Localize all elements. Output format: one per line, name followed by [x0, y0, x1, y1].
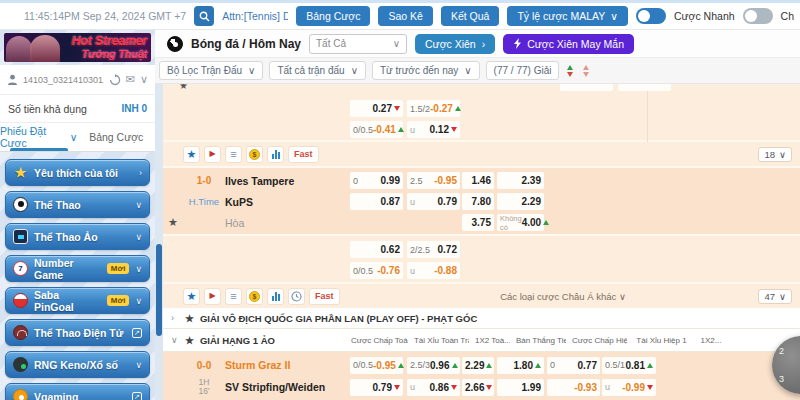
sport-header-bar: Bóng đá / Hôm Nay Tất Cả ∨ Cược Xiên › C… — [155, 30, 800, 58]
more-asian-bets-link[interactable]: Các loại cược Châu Á khác ∨ — [453, 291, 673, 302]
tab-bet-board[interactable]: Bảng Cược — [78, 123, 156, 151]
odds-1x2[interactable]: 1.46 — [462, 172, 494, 189]
column-header: 1X2... — [696, 336, 726, 345]
live-stream-button[interactable]: ▶ — [204, 288, 221, 305]
sidebar-item-vgaming[interactable]: Vqaming ↗ — [5, 383, 150, 400]
tab-bet-slip[interactable]: Phiếu Đặt Cược ∨ — [0, 123, 78, 151]
time-range-dropdown[interactable]: Từ trước đến nay ∨ — [372, 61, 480, 80]
odds-handicap-h1[interactable]: 0 0.77 — [547, 357, 600, 374]
results-button[interactable]: Kết Quả — [441, 6, 500, 26]
sidebar-item-favorites[interactable]: ★ Yêu thích của tôi › — [5, 159, 150, 186]
coin-icon: $ — [249, 149, 260, 160]
odds-over-under[interactable]: u 0.86 — [407, 379, 460, 396]
odds-over-under[interactable]: u -0.88 — [407, 262, 460, 279]
odds-handicap[interactable]: 0/0.5 -0.76 — [350, 262, 403, 279]
markets-count-dropdown[interactable]: 18 ∨ — [758, 147, 792, 162]
odds-handicap[interactable]: 0 0.99 — [350, 172, 403, 189]
scrollbar-thumb[interactable] — [156, 244, 162, 336]
odds-no-goal[interactable]: Không có 4.00 — [497, 214, 544, 231]
mail-icon[interactable]: ✉ — [126, 73, 135, 86]
down-arrow-icon — [486, 385, 492, 390]
draw-label: Hòa — [225, 217, 350, 229]
odds-over-under-h1[interactable]: u -0.99 — [602, 379, 656, 396]
refresh-icon[interactable] — [109, 74, 121, 86]
odds-handicap[interactable]: 0/0.5 -0.95 — [350, 357, 403, 374]
odds-over-under[interactable]: 2.5/3 0.96 — [407, 357, 460, 374]
sidebar-item-rng-keno[interactable]: RNG Keno/Xổ số ∨ — [5, 351, 150, 378]
odds-next-goal[interactable]: 2.39 — [497, 172, 544, 189]
odds-over-under[interactable]: u 0.12 — [407, 121, 460, 138]
stats-list-button[interactable]: ≡ — [225, 288, 242, 305]
chart-button[interactable] — [267, 146, 284, 163]
match-filter-dropdown[interactable]: Bộ Lọc Trận Đấu ∨ — [159, 61, 263, 80]
odds-next-goal[interactable]: 1.99 — [497, 379, 544, 396]
sort-desc-icon[interactable] — [581, 65, 591, 77]
odds-handicap-h1[interactable]: -0.93 — [547, 379, 600, 396]
pin-star-icon[interactable]: ★ — [163, 216, 183, 229]
odds-over-under[interactable]: 2/2.5 0.72 — [407, 241, 460, 258]
sidebar-item-sports[interactable]: Thể Thao ∨ — [5, 191, 150, 218]
stats-list-button[interactable]: ≡ — [225, 146, 242, 163]
secondary-toggle[interactable] — [743, 8, 773, 24]
statement-button[interactable]: Sao Kê — [378, 6, 432, 26]
banner-subtitle: Tưởng Thuật — [72, 48, 147, 61]
clock-button[interactable] — [288, 288, 305, 305]
fast-market-button[interactable]: Fast — [309, 288, 340, 305]
odds-1x2[interactable]: 2.66 — [462, 379, 494, 396]
up-arrow-icon — [455, 106, 461, 111]
odds-1x2[interactable]: 2.29 — [462, 357, 494, 374]
odds-type-dropdown[interactable]: Tỷ lệ cược MALAY ∨ — [507, 6, 628, 26]
odds-next-goal[interactable]: 1.80 — [497, 357, 544, 374]
chevron-right-icon: › — [139, 168, 142, 178]
sort-asc-icon[interactable] — [565, 65, 575, 77]
favorite-button[interactable]: ★ — [183, 146, 200, 163]
pin-star-icon[interactable]: ★ — [179, 84, 188, 91]
bar-chart-icon — [272, 291, 280, 301]
person-icon — [7, 74, 18, 85]
odds-handicap[interactable]: 0.27 — [350, 100, 403, 117]
odds-handicap[interactable]: 0.62 — [350, 241, 403, 258]
promo-banner[interactable]: Hot Streamer Tưởng Thuật — [4, 33, 151, 62]
search-button[interactable] — [194, 6, 214, 26]
sidebar-scrollbar[interactable] — [155, 84, 163, 400]
odds-1x2-draw[interactable]: 3.75 — [462, 214, 494, 231]
live-stream-button[interactable]: ▶ — [204, 146, 221, 163]
odds-over-under[interactable]: u 0.79 — [407, 193, 460, 210]
all-matches-dropdown[interactable]: Tất cả trận đấu ∨ — [269, 61, 366, 80]
odds-handicap[interactable]: 0/0.5 -0.41 — [350, 121, 403, 138]
league-header-collapsed[interactable]: › ★ GIẢI VÔ ĐỊCH QUỐC GIA PHẦN LAN (PLAY… — [163, 308, 800, 329]
fast-market-button[interactable]: Fast — [288, 146, 319, 163]
sidebar-item-esports[interactable]: Thể Thao Điện Tử ↗ — [5, 319, 150, 346]
chevron-down-icon[interactable]: ∨ — [140, 73, 148, 86]
chevron-down-icon: ∨ — [248, 65, 255, 76]
odds-handicap[interactable]: 0.79 — [350, 379, 403, 396]
odds-handicap[interactable]: 0.87 — [350, 193, 403, 210]
odds-1x2[interactable]: 7.80 — [462, 193, 494, 210]
chevron-right-icon: › — [482, 38, 486, 50]
chart-button[interactable] — [267, 288, 284, 305]
odds-over-under-h1[interactable]: 0.5/1 0.81 — [602, 357, 656, 374]
home-team: Ilves Tampere — [225, 175, 350, 187]
down-arrow-icon — [394, 106, 400, 111]
sidebar-item-saba-pingoal[interactable]: Saba PinGoal Mới ∨ — [5, 287, 150, 314]
odds-next-goal[interactable]: 2.29 — [497, 193, 544, 210]
markets-count-dropdown[interactable]: 47 ∨ — [758, 289, 792, 304]
parlay-button[interactable]: Cược Xiên › — [415, 34, 495, 54]
cashout-button[interactable]: $ — [246, 288, 263, 305]
star-icon: ★ — [13, 165, 28, 180]
user-id: 14103_0321410301... — [23, 75, 104, 85]
sidebar-item-number-game[interactable]: 7 Number Game Mới ∨ — [5, 255, 150, 282]
quick-bet-toggle[interactable] — [636, 8, 666, 24]
market-filter-select[interactable]: Tất Cả ∨ — [309, 34, 407, 54]
lucky-parlay-button[interactable]: Cược Xiên May Mắn — [503, 34, 634, 54]
favorite-button[interactable]: ★ — [183, 288, 200, 305]
away-team: KuPS — [225, 196, 350, 208]
new-badge: Mới — [107, 295, 130, 306]
odds-over-under[interactable]: 1.5/2 -0.27 — [407, 100, 460, 117]
sidebar-item-virtual-sports[interactable]: Thể Thao Ảo ∨ — [5, 223, 150, 250]
cashout-button[interactable]: $ — [246, 146, 263, 163]
league-header-expanded[interactable]: ∨ ★ GIẢI HẠNG 1 ẢO Cược Chấp Toà... Tài … — [163, 329, 800, 352]
column-header: Cược Chấp Toà... — [351, 336, 408, 345]
bet-slip-button[interactable]: Bảng Cược — [296, 6, 370, 26]
odds-over-under[interactable]: 2.5 -0.95 — [407, 172, 460, 189]
